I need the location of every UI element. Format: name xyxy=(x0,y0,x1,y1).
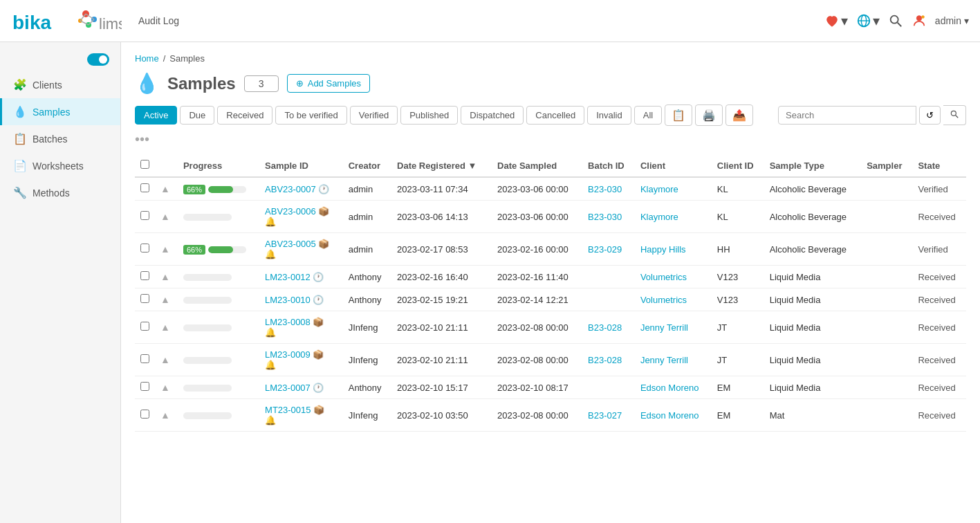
row-client-id-cell: HH xyxy=(712,233,764,266)
th-date-registered[interactable]: Date Registered ▼ xyxy=(391,154,492,177)
sidebar-toggle-icon[interactable] xyxy=(87,53,109,66)
admin-dropdown-arrow[interactable]: ▾ xyxy=(964,15,969,26)
progress-bar-wrap xyxy=(183,357,232,364)
search-submit-button[interactable] xyxy=(943,105,966,125)
main-content: Home / Samples 💧 Samples ⊕ Add Samples A… xyxy=(121,42,980,523)
breadcrumb-home[interactable]: Home xyxy=(135,53,159,64)
language-icon[interactable]: ▾ xyxy=(856,12,880,29)
sidebar-item-worksheets[interactable]: 📄 Worksheets xyxy=(0,152,120,179)
batch-id-link[interactable]: B23-027 xyxy=(588,410,622,421)
filter-icon-copy[interactable]: 📋 xyxy=(665,104,692,126)
expand-arrow-icon[interactable]: ▲ xyxy=(160,382,170,393)
sidebar-item-clients[interactable]: 🧩 Clients xyxy=(0,71,120,98)
expand-arrow-icon[interactable]: ▲ xyxy=(160,322,170,333)
expand-arrow-icon[interactable]: ▲ xyxy=(160,271,170,282)
row-checkbox[interactable] xyxy=(140,382,149,391)
state-badge: Received xyxy=(918,383,955,393)
filter-icon-export[interactable]: 📤 xyxy=(725,104,753,126)
count-input[interactable] xyxy=(244,75,279,92)
filter-invalid[interactable]: Invalid xyxy=(587,106,631,125)
row-checkbox[interactable] xyxy=(140,244,149,253)
expand-arrow-icon[interactable]: ▲ xyxy=(160,211,170,222)
search-input[interactable] xyxy=(778,106,916,125)
client-link[interactable]: Edson Moreno xyxy=(640,383,699,393)
row-checkbox[interactable] xyxy=(140,183,149,192)
filter-to-be-verified[interactable]: To be verified xyxy=(275,106,346,125)
filter-verified[interactable]: Verified xyxy=(350,106,398,125)
client-link[interactable]: Klaymore xyxy=(640,212,678,222)
select-all-checkbox[interactable] xyxy=(140,160,149,169)
global-search-icon[interactable] xyxy=(888,13,903,28)
client-link[interactable]: Happy Hills xyxy=(640,244,686,255)
filter-published[interactable]: Published xyxy=(400,106,458,125)
sample-id-link[interactable]: LM23-0010 xyxy=(265,295,311,305)
sample-id-link[interactable]: MT23-0015 xyxy=(265,405,311,415)
th-sample-id[interactable]: Sample ID xyxy=(259,154,343,177)
th-date-sampled[interactable]: Date Sampled xyxy=(492,154,582,177)
more-options[interactable]: ••• xyxy=(135,131,966,147)
progress-label: 66% xyxy=(183,185,205,194)
filter-dispatched[interactable]: Dispatched xyxy=(461,106,524,125)
filter-received[interactable]: Received xyxy=(217,106,272,125)
batch-id-link[interactable]: B23-028 xyxy=(588,355,622,365)
search-reset-button[interactable]: ↺ xyxy=(919,106,941,125)
row-sampler-cell xyxy=(861,233,912,266)
row-checkbox[interactable] xyxy=(140,294,149,303)
sample-id-link[interactable]: ABV23-0006 xyxy=(265,206,316,217)
client-link[interactable]: Jenny Terrill xyxy=(640,322,688,333)
row-checkbox[interactable] xyxy=(140,410,149,419)
row-sampler-cell xyxy=(861,288,912,311)
favorites-icon[interactable]: ▾ xyxy=(824,12,848,29)
client-link[interactable]: Volumetrics xyxy=(640,272,687,282)
row-sample-id-cell: ABV23-0006 📦🔔 xyxy=(259,201,343,233)
row-sample-id-cell: LM23-0009 📦🔔 xyxy=(259,344,343,376)
row-checkbox[interactable] xyxy=(140,354,149,363)
row-checkbox[interactable] xyxy=(140,271,149,280)
progress-bar-wrap xyxy=(183,385,232,392)
batch-id-link[interactable]: B23-029 xyxy=(588,244,622,255)
expand-arrow-icon[interactable]: ▲ xyxy=(160,244,170,255)
table-header-row: Progress Sample ID Creator Date Register… xyxy=(135,154,966,177)
client-link[interactable]: Edson Moreno xyxy=(640,410,699,421)
sample-id-link[interactable]: LM23-0008 xyxy=(265,317,311,327)
add-samples-button[interactable]: ⊕ Add Samples xyxy=(287,74,370,93)
expand-arrow-icon[interactable]: ▲ xyxy=(160,410,170,421)
th-progress: Progress xyxy=(178,154,259,177)
sample-id-link[interactable]: LM23-0007 xyxy=(265,383,311,393)
client-link[interactable]: Volumetrics xyxy=(640,295,687,305)
batch-id-link[interactable]: B23-028 xyxy=(588,322,622,333)
filter-icon-print[interactable]: 🖨️ xyxy=(695,104,723,126)
admin-menu[interactable]: admin ▾ xyxy=(935,15,969,26)
sample-id-link[interactable]: LM23-0012 xyxy=(265,272,311,282)
audit-log-link[interactable]: Audit Log xyxy=(138,15,179,26)
filter-due[interactable]: Due xyxy=(180,106,214,125)
row-checkbox[interactable] xyxy=(140,322,149,331)
notifications-icon[interactable] xyxy=(912,13,927,28)
client-link[interactable]: Jenny Terrill xyxy=(640,355,688,365)
row-date-sampled-cell: 2023-02-16 00:00 xyxy=(492,233,582,266)
batch-id-link[interactable]: B23-030 xyxy=(588,212,622,222)
sample-id-link[interactable]: ABV23-0007 xyxy=(265,184,316,194)
sidebar-item-methods[interactable]: 🔧 Methods xyxy=(0,179,120,206)
row-checkbox[interactable] xyxy=(140,211,149,220)
language-dropdown-arrow[interactable]: ▾ xyxy=(873,12,880,29)
sidebar-toggle[interactable] xyxy=(0,48,120,71)
batch-id-link[interactable]: B23-030 xyxy=(588,184,622,194)
sample-id-link[interactable]: LM23-0009 xyxy=(265,349,311,360)
row-expand-cell: ▲ xyxy=(155,311,178,344)
favorites-dropdown-arrow[interactable]: ▾ xyxy=(841,12,848,29)
client-link[interactable]: Klaymore xyxy=(640,184,678,194)
filter-active[interactable]: Active xyxy=(135,106,177,125)
filter-cancelled[interactable]: Cancelled xyxy=(526,106,584,125)
sidebar-item-batches[interactable]: 📋 Batches xyxy=(0,125,120,152)
sample-id-link[interactable]: ABV23-0005 xyxy=(265,239,316,249)
sidebar-item-samples[interactable]: 💧 Samples xyxy=(0,98,120,125)
expand-arrow-icon[interactable]: ▲ xyxy=(160,354,170,365)
expand-arrow-icon[interactable]: ▲ xyxy=(160,183,170,194)
progress-bar xyxy=(208,186,233,193)
row-date-registered-cell: 2023-03-06 14:13 xyxy=(391,201,492,233)
main-layout: 🧩 Clients 💧 Samples 📋 Batches 📄 Workshee… xyxy=(0,42,980,523)
filter-all[interactable]: All xyxy=(634,106,662,125)
expand-arrow-icon[interactable]: ▲ xyxy=(160,294,170,305)
row-client-cell: Edson Moreno xyxy=(635,399,712,432)
